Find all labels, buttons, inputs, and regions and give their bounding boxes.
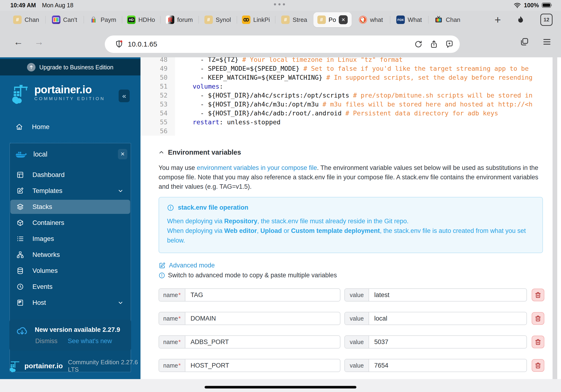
tab-what[interactable]: FOXWhat xyxy=(390,11,428,29)
sidebar-item-label: Containers xyxy=(32,219,64,227)
reload-icon[interactable] xyxy=(414,40,423,48)
main-content: 48 - TZ=${TZ} # Your local timezone in L… xyxy=(140,57,561,379)
info-icon xyxy=(167,204,174,211)
name-input[interactable]: HOST_PORT xyxy=(185,359,340,371)
close-environment-icon[interactable]: ✕ xyxy=(118,149,127,159)
tab-linkpi[interactable]: LinkPi xyxy=(237,11,275,29)
code-line-55: 55 restart: unless-stopped xyxy=(140,118,544,127)
see-whats-new-link[interactable]: See what's new xyxy=(68,338,112,345)
footer-brand: portainer.io xyxy=(24,362,63,370)
name-addon: name* xyxy=(159,336,185,348)
back-button[interactable]: ← xyxy=(14,37,23,46)
delete-variable-button[interactable] xyxy=(532,312,544,325)
sidebar-item-volumes[interactable]: Volumes xyxy=(10,264,130,278)
sidebar-item-templates[interactable]: Templates xyxy=(10,184,130,198)
tab-label: Can't xyxy=(63,16,77,23)
hash-favicon: # xyxy=(204,15,213,24)
name-input[interactable]: ADBS_PORT xyxy=(185,336,340,348)
code-line-51: 51 volumes: xyxy=(140,82,544,91)
sidebar-item-dashboard[interactable]: Dashboard xyxy=(10,168,130,182)
sidebar-item-images[interactable]: Images xyxy=(10,232,130,246)
delete-variable-button[interactable] xyxy=(532,359,544,372)
sidebar-item-events[interactable]: Events xyxy=(10,280,130,294)
value-input[interactable]: 7654 xyxy=(369,359,527,371)
tab-close-icon[interactable]: ✕ xyxy=(339,15,348,24)
privacy-shield-icon[interactable] xyxy=(115,40,124,49)
tab-can-t[interactable]: Can't xyxy=(45,11,84,29)
tab-strea[interactable]: #Strea xyxy=(275,11,313,29)
tab-what[interactable]: what xyxy=(352,11,390,29)
value-input[interactable]: local xyxy=(369,312,527,325)
tab-hdho[interactable]: HDHDHo xyxy=(122,11,160,29)
chevron-down-icon[interactable] xyxy=(118,188,124,194)
collapse-chevron-icon xyxy=(159,150,164,155)
menu-icon[interactable] xyxy=(542,37,552,46)
tab-bar: #ChanCan't PaymHDHDHoRforum#Synol LinkPi… xyxy=(0,11,561,29)
name-addon: name* xyxy=(159,312,185,325)
upgrade-banner[interactable]: Upgrade to Business Edition xyxy=(0,59,140,76)
tab-overview-icon[interactable] xyxy=(520,37,529,46)
sidebar-item-stacks[interactable]: Stacks xyxy=(10,200,130,214)
delete-variable-button[interactable] xyxy=(532,289,544,301)
tab-strip: #ChanCan't PaymHDHDHoRforum#Synol LinkPi… xyxy=(7,11,466,29)
update-notification: New version available 2.27.9 Dismiss See… xyxy=(9,320,131,351)
environment-header[interactable]: local ✕ xyxy=(10,146,131,162)
tab-po[interactable]: #Po✕ xyxy=(313,12,352,27)
page-assistant-icon[interactable] xyxy=(445,40,454,48)
compose-editor[interactable]: 48 - TZ=${TZ} # Your local timezone in L… xyxy=(140,57,544,138)
home-indicator[interactable] xyxy=(205,386,356,389)
info-icon xyxy=(159,272,165,279)
tab-synol[interactable]: #Synol xyxy=(198,11,237,29)
sidebar-item-label: Templates xyxy=(32,187,63,195)
line-number: 51 xyxy=(140,82,175,91)
tab-forum[interactable]: Rforum xyxy=(160,11,198,29)
tab-label: Chan xyxy=(24,16,39,23)
ipad-screen: 10:49 AM Mon Aug 18 100% #ChanCan't xyxy=(0,0,561,392)
duck-favicon xyxy=(359,15,367,24)
dismiss-link[interactable]: Dismiss xyxy=(35,338,58,345)
tab-label: Paym xyxy=(101,16,116,23)
name-input[interactable]: TAG xyxy=(185,289,340,301)
chevron-down-icon[interactable] xyxy=(118,300,124,306)
environment-variables-heading[interactable]: Environment variables xyxy=(159,149,241,156)
grid-icon xyxy=(16,171,24,179)
sidebar-item-label: Images xyxy=(32,235,54,242)
advanced-mode-link[interactable]: Advanced mode xyxy=(159,262,215,269)
footer-edition: Community Edition 2.27.6 LTS xyxy=(68,359,140,373)
private-browsing-icon[interactable] xyxy=(516,15,525,24)
sidebar-item-containers[interactable]: Containers xyxy=(10,216,130,230)
env-var-row-adbs-port: name*ADBS_PORTvalue5037 xyxy=(159,335,544,348)
tab-paym[interactable]: Paym xyxy=(84,11,122,29)
url-text[interactable]: 10.0.1.65 xyxy=(128,40,157,48)
delete-variable-button[interactable] xyxy=(532,336,544,348)
forward-button[interactable]: → xyxy=(34,37,44,46)
value-addon: value xyxy=(345,336,369,348)
value-input[interactable]: latest xyxy=(369,289,527,301)
sidebar-item-label: Networks xyxy=(32,251,60,259)
scrollbar[interactable] xyxy=(552,57,557,379)
name-input[interactable]: DOMAIN xyxy=(185,312,340,325)
name-addon: name* xyxy=(159,359,185,371)
code-line-48: 48 - TZ=${TZ} # Your local timezone in L… xyxy=(140,57,544,64)
share-icon[interactable] xyxy=(430,40,438,48)
line-number: 53 xyxy=(140,100,175,109)
portainer-footer-logo-icon xyxy=(9,359,21,372)
address-bar[interactable]: 10.0.1.65 xyxy=(105,35,460,53)
new-tab-button[interactable]: + xyxy=(495,14,501,25)
inline-link[interactable]: environment variables in your compose fi… xyxy=(197,164,317,171)
network-icon xyxy=(16,251,24,259)
value-input[interactable]: 5037 xyxy=(369,336,527,348)
brand-edition: COMMUNITY EDITION xyxy=(34,96,105,101)
hd-favicon: HD xyxy=(127,15,136,24)
sidebar-item-home[interactable]: Home xyxy=(9,120,131,133)
env-var-row-tag: name*TAGvaluelatest xyxy=(159,288,544,302)
tab-chan[interactable]: Chan xyxy=(428,11,466,29)
sidebar-item-host[interactable]: Host xyxy=(10,296,130,310)
line-number: 54 xyxy=(140,109,175,118)
sidebar-collapse-button[interactable]: « xyxy=(119,89,130,102)
tab-overview-count[interactable]: 12 xyxy=(540,14,552,26)
sidebar-item-networks[interactable]: Networks xyxy=(10,248,130,262)
multitask-dots-icon[interactable] xyxy=(274,3,285,5)
tab-chan[interactable]: #Chan xyxy=(7,11,45,29)
code-line-53: 53 - ${HOST_DIR}/ah4c/m3u:/opt/m3u # m3u… xyxy=(140,100,544,109)
